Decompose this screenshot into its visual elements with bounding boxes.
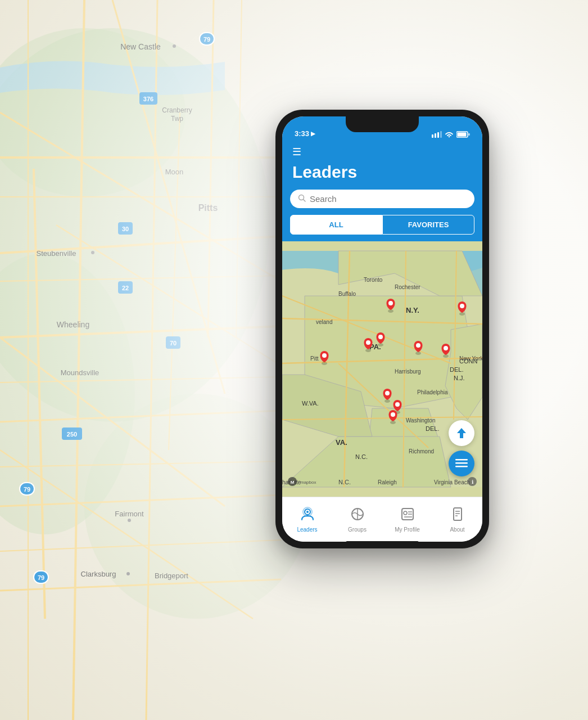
svg-point-118	[322, 353, 327, 358]
svg-text:79: 79	[24, 486, 30, 493]
svg-text:VA.: VA.	[336, 438, 347, 447]
svg-rect-61	[437, 132, 439, 138]
svg-text:DEL.: DEL.	[426, 425, 439, 432]
svg-text:W.VA.: W.VA.	[302, 400, 319, 407]
nav-leaders[interactable]: Leaders	[282, 502, 332, 537]
svg-text:30: 30	[122, 226, 129, 232]
svg-point-134	[404, 511, 407, 515]
tab-favorites[interactable]: FAVORITES	[382, 215, 474, 235]
nav-profile-label: My Profile	[395, 526, 419, 533]
search-input[interactable]	[310, 194, 467, 204]
nav-leaders-label: Leaders	[297, 526, 317, 533]
svg-point-108	[460, 304, 464, 308]
svg-text:N.J.: N.J.	[454, 375, 465, 381]
svg-text:mapbox: mapbox	[300, 480, 316, 485]
nav-about[interactable]: About	[432, 502, 482, 537]
nav-groups[interactable]: Groups	[332, 502, 382, 537]
hamburger-menu[interactable]: ☰	[292, 146, 472, 158]
svg-rect-127	[455, 466, 468, 467]
time-display: 3:33	[295, 129, 309, 138]
svg-text:Bridgeport: Bridgeport	[155, 572, 188, 580]
svg-text:Richmond: Richmond	[409, 448, 434, 454]
svg-point-57	[126, 572, 130, 575]
svg-text:Moon: Moon	[165, 168, 184, 176]
map-area[interactable]: N.Y. PA. W.VA. N.C. VA. CONN N.J. DEL. D…	[282, 241, 482, 497]
phone-device: 3:33 ▶	[275, 110, 489, 548]
leaders-icon	[300, 507, 315, 525]
svg-rect-126	[455, 462, 468, 464]
svg-point-106	[388, 301, 393, 305]
svg-point-110	[366, 340, 370, 345]
app-title: Leaders	[292, 163, 472, 182]
svg-point-129	[306, 511, 309, 513]
svg-text:250: 250	[67, 431, 77, 438]
filter-tabs: ALL FAVORITES	[282, 215, 482, 241]
about-icon	[450, 507, 465, 525]
groups-icon	[350, 507, 365, 525]
svg-text:Harrisburg: Harrisburg	[395, 368, 421, 375]
nav-about-label: About	[450, 526, 464, 533]
svg-rect-59	[432, 134, 433, 138]
svg-text:Cranberry: Cranberry	[162, 106, 192, 114]
nav-profile[interactable]: My Profile	[382, 502, 432, 537]
svg-text:Raleigh: Raleigh	[378, 479, 397, 485]
svg-point-114	[416, 343, 420, 348]
svg-text:22: 22	[122, 285, 129, 291]
svg-text:New York: New York	[459, 356, 482, 362]
svg-line-67	[304, 200, 306, 202]
svg-text:79: 79	[38, 574, 44, 581]
svg-text:Buffalo: Buffalo	[338, 291, 356, 297]
app-header: ☰ Leaders	[282, 141, 482, 190]
svg-point-45	[173, 44, 176, 48]
svg-point-55	[128, 519, 131, 522]
svg-text:Steubenville: Steubenville	[37, 249, 76, 258]
svg-point-124	[391, 412, 395, 417]
svg-text:Virginia Beach: Virginia Beach	[434, 479, 470, 485]
svg-point-116	[444, 346, 448, 350]
svg-text:veland: veland	[316, 319, 332, 325]
search-bar[interactable]	[290, 190, 474, 208]
phone-notch	[346, 116, 419, 132]
svg-text:Toronto: Toronto	[364, 277, 383, 283]
battery-icon	[456, 131, 470, 138]
svg-text:DEL.: DEL.	[450, 366, 463, 373]
status-time: 3:33 ▶	[295, 129, 315, 138]
location-arrow-icon: ▶	[311, 130, 315, 137]
list-view-button[interactable]	[449, 451, 474, 476]
wifi-icon	[445, 131, 454, 138]
svg-text:M: M	[291, 480, 295, 485]
phone-screen: 3:33 ▶	[282, 116, 482, 542]
svg-rect-64	[458, 133, 467, 137]
search-bar-wrapper	[282, 190, 482, 215]
location-button[interactable]	[449, 420, 474, 446]
home-indicator	[346, 541, 419, 544]
svg-text:Moundsville: Moundsville	[61, 368, 99, 377]
svg-rect-62	[440, 131, 442, 138]
svg-rect-60	[435, 133, 436, 138]
svg-text:376: 376	[143, 96, 153, 102]
phone-shell: 3:33 ▶	[275, 110, 489, 548]
svg-text:Rochester: Rochester	[395, 284, 420, 290]
bottom-nav: Leaders Groups	[282, 497, 482, 542]
svg-text:N.C.: N.C.	[355, 453, 368, 460]
svg-text:N.Y.: N.Y.	[406, 306, 419, 314]
svg-text:New Castle: New Castle	[120, 42, 161, 51]
svg-rect-125	[455, 459, 468, 461]
svg-text:Washington: Washington	[406, 417, 435, 424]
svg-text:70: 70	[170, 340, 177, 346]
search-icon	[298, 194, 306, 204]
svg-text:Twp: Twp	[171, 115, 183, 123]
svg-point-112	[378, 335, 383, 339]
status-icons	[432, 131, 470, 138]
svg-point-120	[385, 391, 390, 395]
signal-icon	[432, 131, 442, 138]
tab-all[interactable]: ALL	[290, 215, 382, 235]
svg-text:Fairmont: Fairmont	[115, 510, 144, 518]
profile-icon	[400, 507, 415, 525]
svg-text:N.C.: N.C.	[338, 479, 351, 485]
svg-text:Pitt: Pitt	[310, 356, 319, 362]
svg-text:Wheeling: Wheeling	[57, 320, 89, 329]
svg-rect-138	[454, 508, 462, 520]
svg-text:Clarksburg: Clarksburg	[81, 570, 116, 578]
svg-text:Pitts: Pitts	[198, 203, 218, 213]
